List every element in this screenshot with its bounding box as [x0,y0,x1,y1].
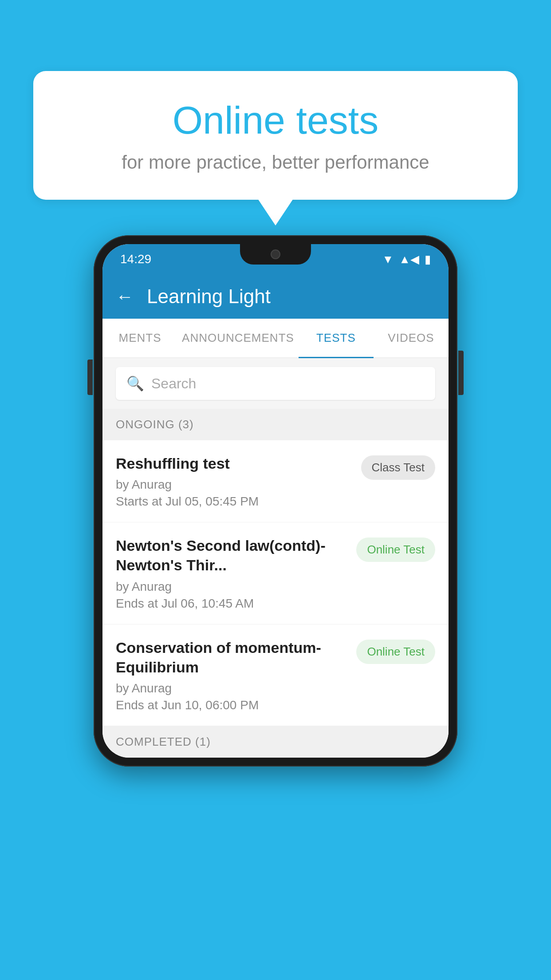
speech-bubble: Online tests for more practice, better p… [33,71,518,200]
notch [240,244,311,265]
back-button[interactable]: ← [116,287,134,307]
battery-icon: ▮ [425,253,431,266]
phone-outer: 14:29 ▼ ▲◀ ▮ ← Learning Light MENTS ANNO… [94,235,457,767]
badge-online-test: Online Test [356,537,435,562]
test-time: Starts at Jul 05, 05:45 PM [116,494,352,509]
search-box[interactable]: 🔍 Search [116,367,435,400]
status-bar: 14:29 ▼ ▲◀ ▮ [102,244,449,274]
test-item[interactable]: Newton's Second law(contd)-Newton's Thir… [102,522,449,624]
phone-screen: 14:29 ▼ ▲◀ ▮ ← Learning Light MENTS ANNO… [102,244,449,758]
speech-bubble-wrapper: Online tests for more practice, better p… [33,71,518,225]
test-name: Reshuffling test [116,454,352,473]
search-icon: 🔍 [126,375,144,392]
tab-ments[interactable]: MENTS [102,319,177,357]
status-icons: ▼ ▲◀ ▮ [382,253,431,266]
test-time: Ends at Jun 10, 06:00 PM [116,698,347,712]
tabs-bar: MENTS ANNOUNCEMENTS TESTS VIDEOS [102,319,449,358]
test-by: by Anurag [116,580,347,594]
test-item[interactable]: Conservation of momentum-Equilibrium by … [102,624,449,726]
tab-announcements[interactable]: ANNOUNCEMENTS [177,319,299,357]
signal-icon: ▲◀ [399,253,419,266]
test-info: Conservation of momentum-Equilibrium by … [116,638,347,712]
camera-dot [271,249,280,259]
completed-section-label: COMPLETED (1) [102,726,449,758]
test-time: Ends at Jul 06, 10:45 AM [116,597,347,611]
badge-class-test: Class Test [361,455,435,480]
test-info: Reshuffling test by Anurag Starts at Jul… [116,454,352,509]
search-container: 🔍 Search [102,358,449,409]
test-by: by Anurag [116,681,347,695]
test-info: Newton's Second law(contd)-Newton's Thir… [116,536,347,610]
test-item[interactable]: Reshuffling test by Anurag Starts at Jul… [102,440,449,522]
test-name: Conservation of momentum-Equilibrium [116,638,347,677]
app-title: Learning Light [147,285,271,308]
speech-bubble-title: Online tests [69,98,482,143]
badge-online-test-2: Online Test [356,640,435,664]
wifi-icon: ▼ [382,253,394,266]
test-by: by Anurag [116,478,352,492]
ongoing-section-label: ONGOING (3) [102,409,449,440]
speech-bubble-subtitle: for more practice, better performance [69,152,482,173]
tab-videos[interactable]: VIDEOS [374,319,449,357]
speech-bubble-arrow [258,199,293,225]
search-input[interactable]: Search [151,375,196,392]
app-bar: ← Learning Light [102,274,449,319]
status-time: 14:29 [120,252,151,266]
test-name: Newton's Second law(contd)-Newton's Thir… [116,536,347,575]
phone-device: 14:29 ▼ ▲◀ ▮ ← Learning Light MENTS ANNO… [94,235,457,767]
tab-tests[interactable]: TESTS [299,319,374,357]
